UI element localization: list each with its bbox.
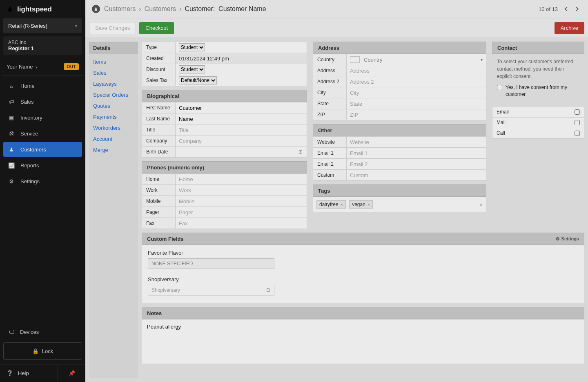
- email1-input[interactable]: [350, 148, 483, 158]
- details-special-orders[interactable]: Special Orders: [93, 89, 134, 100]
- first-name-input[interactable]: [179, 103, 303, 113]
- nav-home[interactable]: ⌂Home: [3, 78, 82, 93]
- country-select[interactable]: Country▾: [350, 56, 483, 63]
- user-menu[interactable]: Your Name▾ OUT: [2, 58, 84, 76]
- first-name-label: First Name: [142, 102, 176, 113]
- pref-email-checkbox[interactable]: [575, 109, 580, 115]
- lock-button[interactable]: 🔒Lock: [3, 342, 82, 360]
- details-header: Details: [89, 42, 138, 54]
- details-payments[interactable]: Payments: [93, 111, 134, 122]
- company-input[interactable]: [179, 136, 303, 146]
- consent-checkbox[interactable]: [497, 85, 502, 90]
- pref-mail-checkbox[interactable]: [575, 120, 580, 125]
- pager-next[interactable]: [572, 4, 581, 13]
- phone-pager-input[interactable]: [179, 207, 303, 217]
- details-merge[interactable]: Merge: [93, 144, 134, 155]
- sidebar: lightspeed Retail (R-Series) ▾ ABC Inc R…: [0, 0, 85, 382]
- phone-home-label: Home: [142, 174, 176, 185]
- created-value: 01/31/2024 12:49 pm: [179, 56, 229, 62]
- state-input[interactable]: [350, 99, 483, 109]
- tags-area[interactable]: dairyfree× vegan× ×: [313, 197, 486, 212]
- nav-customers[interactable]: ♟Customers: [3, 142, 82, 157]
- type-select[interactable]: Student: [179, 43, 205, 51]
- custom-fields-settings-link[interactable]: ⚙Settings: [556, 236, 579, 242]
- wrench-icon: 🛠: [8, 131, 15, 137]
- nav-reports[interactable]: 📈Reports: [3, 158, 82, 173]
- breadcrumb-3: Customer: Customer Name: [185, 5, 266, 13]
- address-header: Address: [313, 42, 486, 54]
- brand: lightspeed: [0, 0, 85, 18]
- flame-icon: [6, 5, 14, 13]
- title-input[interactable]: [179, 125, 303, 135]
- birth-label: Birth Date: [142, 147, 176, 158]
- pager-prev[interactable]: [562, 4, 571, 13]
- phone-home-input[interactable]: [179, 174, 303, 184]
- remove-tag-icon[interactable]: ×: [341, 202, 343, 207]
- breadcrumb-1[interactable]: Customers: [104, 5, 136, 13]
- salestax-select[interactable]: Default/None: [179, 76, 217, 84]
- remove-tag-icon[interactable]: ×: [368, 202, 370, 207]
- address-input[interactable]: [350, 66, 483, 76]
- nav-inventory[interactable]: ▣Inventory: [3, 110, 82, 125]
- pin-button[interactable]: 📌: [58, 364, 85, 382]
- save-button[interactable]: Save Changes: [89, 22, 136, 34]
- phone-mobile-input[interactable]: [179, 196, 303, 206]
- devices-button[interactable]: 🖵Devices: [3, 324, 82, 339]
- address2-input[interactable]: [350, 77, 483, 87]
- archive-button[interactable]: Archive: [555, 22, 584, 34]
- details-sales[interactable]: Sales: [93, 67, 134, 78]
- biographical-header: Biographical: [142, 90, 307, 102]
- other-table: Website Email 1 Email 2 Custom: [313, 136, 486, 181]
- details-quotes[interactable]: Quotes: [93, 100, 134, 111]
- help-button[interactable]: ❔Help: [7, 370, 29, 376]
- city-input[interactable]: [350, 88, 483, 98]
- zip-input[interactable]: [350, 110, 483, 120]
- main-nav: ⌂Home 🏷Sales ▣Inventory 🛠Service ♟Custom…: [0, 76, 85, 192]
- custom-input[interactable]: [350, 170, 483, 180]
- calendar-icon: 🗓: [298, 149, 303, 155]
- pref-mail-label: Mail: [497, 120, 506, 125]
- last-name-input[interactable]: [179, 114, 303, 124]
- last-name-label: Last Name: [142, 113, 176, 124]
- content: Details Items Sales Layaways Special Ord…: [85, 38, 588, 382]
- cf-shop-date-input[interactable]: Shopiversary🗓: [148, 285, 274, 295]
- details-account[interactable]: Account: [93, 133, 134, 144]
- company-label: Company: [142, 135, 176, 147]
- pref-call-label: Call: [497, 130, 505, 136]
- nav-service[interactable]: 🛠Service: [3, 126, 82, 141]
- tag-icon: 🏷: [8, 99, 15, 105]
- phone-fax-input[interactable]: [179, 218, 303, 228]
- email2-input[interactable]: [350, 159, 483, 169]
- pref-call-checkbox[interactable]: [575, 131, 580, 136]
- sidebar-footer: 🖵Devices 🔒Lock: [0, 324, 85, 364]
- bio-table: First Name Last Name Title Company Birth…: [142, 102, 307, 158]
- details-items[interactable]: Items: [93, 56, 134, 67]
- out-badge[interactable]: OUT: [64, 63, 79, 70]
- phones-table: Home Work Mobile Pager Fax: [142, 173, 307, 229]
- calendar-icon: 🗓: [266, 287, 271, 293]
- discount-select[interactable]: Student: [179, 65, 205, 73]
- breadcrumb-2[interactable]: Customers: [145, 5, 176, 13]
- details-workorders[interactable]: Workorders: [93, 122, 134, 133]
- clear-tags-icon[interactable]: ×: [479, 202, 483, 208]
- phone-fax-label: Fax: [142, 218, 176, 229]
- notes-section: Notes Peanut allergy: [142, 307, 584, 365]
- address-label: Address: [313, 65, 347, 76]
- details-layaways[interactable]: Layaways: [93, 78, 134, 89]
- col-address-other-tags: Address CountryCountry▾ Address Address …: [313, 42, 486, 229]
- nav-sales[interactable]: 🏷Sales: [3, 94, 82, 109]
- user-circle-icon: ♟: [92, 5, 100, 13]
- tag-chip[interactable]: vegan×: [349, 200, 373, 209]
- product-selector[interactable]: Retail (R-Series) ▾: [3, 18, 82, 33]
- phone-work-input[interactable]: [179, 185, 303, 195]
- website-input[interactable]: [350, 137, 483, 147]
- cf-flavor-select[interactable]: NONE SPECIFIED: [148, 258, 274, 269]
- register-box[interactable]: ABC Inc Register 1: [3, 36, 82, 55]
- notes-textarea[interactable]: Peanut allergy: [142, 319, 584, 364]
- lock-icon: 🔒: [32, 348, 39, 354]
- birth-date-input[interactable]: 🗓: [179, 149, 303, 155]
- checkout-button[interactable]: Checkout: [139, 22, 174, 34]
- tag-chip[interactable]: dairyfree×: [316, 200, 346, 209]
- nav-settings[interactable]: ⚙Settings: [3, 174, 82, 189]
- pref-email-row: Email: [492, 107, 584, 118]
